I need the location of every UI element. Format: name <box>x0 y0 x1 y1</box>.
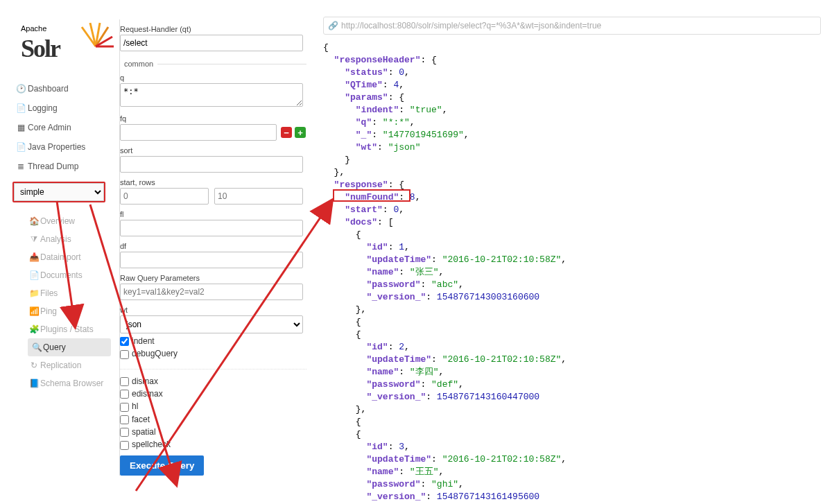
df-label: df <box>120 242 306 250</box>
debugquery-label: debugQuery <box>132 349 178 358</box>
dismax-label: dismax <box>132 376 158 386</box>
spatial-label: spatial <box>132 427 156 437</box>
edismax-label: edismax <box>132 389 163 399</box>
q-label: q <box>120 73 306 82</box>
startrows-label: start, rows <box>120 178 306 186</box>
divider <box>120 369 306 370</box>
json-response: { "responseHeader": { "status": 0, "QTim… <box>323 42 821 504</box>
gauge-icon: 🕑 <box>14 79 28 98</box>
sun-icon <box>78 20 114 56</box>
spatial-checkbox[interactable] <box>120 428 129 437</box>
fq-remove-button[interactable]: − <box>281 127 292 138</box>
qt-input[interactable] <box>120 35 303 51</box>
search-icon: 🔍 <box>31 338 43 356</box>
facet-label: facet <box>132 415 150 424</box>
hl-label: hl <box>132 401 138 411</box>
funnel-icon: ⧩ <box>28 230 40 248</box>
doc-icon: 📄 <box>14 98 28 118</box>
edismax-checkbox[interactable] <box>120 390 129 399</box>
indent-label: indent <box>132 336 155 346</box>
plugin-icon: 🧩 <box>28 320 40 338</box>
fq-label: fq <box>120 114 306 123</box>
subnav-overview-label: Overview <box>40 216 75 226</box>
subnav-overview[interactable]: 🏠Overview <box>28 212 111 230</box>
core-selector-highlight: simple <box>12 182 105 202</box>
fq-add-button[interactable]: + <box>295 127 306 138</box>
fq-input[interactable] <box>120 124 277 141</box>
home-icon: 🏠 <box>28 212 40 230</box>
subnav-plugins-label: Plugins / Stats <box>40 324 94 334</box>
wt-select[interactable]: json <box>120 315 303 333</box>
subnav-ping[interactable]: 📶Ping <box>28 302 111 320</box>
numfound-highlight <box>333 189 410 202</box>
start-input[interactable] <box>120 188 209 205</box>
nav-core-admin[interactable]: ▦Core Admin <box>14 118 111 137</box>
execute-query-button[interactable]: Execute Query <box>120 455 204 476</box>
sync-icon: ↻ <box>28 356 40 374</box>
rawq-input[interactable] <box>120 284 303 300</box>
indent-checkbox[interactable] <box>120 337 129 346</box>
nav-thread-dump-label: Thread Dump <box>28 162 78 171</box>
nav-dashboard[interactable]: 🕑Dashboard <box>14 79 111 98</box>
wt-label: wt <box>120 306 306 314</box>
query-url-text: http://localhost:8080/solr/simple/select… <box>341 21 601 31</box>
subnav-schema[interactable]: 📘Schema Browser <box>28 374 111 392</box>
nav-core-admin-label: Core Admin <box>28 123 71 132</box>
rows-input[interactable] <box>214 188 303 205</box>
hl-checkbox[interactable] <box>120 403 129 412</box>
subnav-dataimport[interactable]: 📥Dataimport <box>28 248 111 266</box>
subnav-query[interactable]: 🔍Query <box>28 338 111 356</box>
query-url-bar[interactable]: 🔗http://localhost:8080/solr/simple/selec… <box>323 17 821 35</box>
subnav-documents-label: Documents <box>40 270 83 280</box>
logo-solr: Solr <box>21 34 60 63</box>
import-icon: 📥 <box>28 248 40 266</box>
core-selector[interactable]: simple <box>14 183 104 201</box>
facet-checkbox[interactable] <box>120 415 129 424</box>
subnav-analysis-label: Analysis <box>40 234 71 244</box>
spellcheck-label: spellcheck <box>132 440 171 449</box>
common-legend: common <box>120 60 157 68</box>
sort-input[interactable] <box>120 156 303 173</box>
subnav-replication[interactable]: ↻Replication <box>28 356 111 374</box>
rawq-label: Raw Query Parameters <box>120 274 306 282</box>
nav-logging[interactable]: 📄Logging <box>14 98 111 118</box>
subnav-files-label: Files <box>40 288 58 298</box>
grid-icon: ▦ <box>14 118 28 137</box>
subnav-dataimport-label: Dataimport <box>40 252 81 262</box>
subnav-plugins[interactable]: 🧩Plugins / Stats <box>28 320 111 338</box>
sort-label: sort <box>120 146 306 155</box>
subnav-schema-label: Schema Browser <box>40 379 103 388</box>
spellcheck-checkbox[interactable] <box>120 441 129 450</box>
subnav-files[interactable]: 📁Files <box>28 284 111 302</box>
fl-input[interactable] <box>120 220 303 236</box>
nav-java-props[interactable]: 📄Java Properties <box>14 137 111 157</box>
book-icon: 📘 <box>28 374 40 392</box>
dismax-checkbox[interactable] <box>120 377 129 386</box>
subnav-ping-label: Ping <box>40 306 57 316</box>
thread-icon: ≣ <box>14 157 28 176</box>
nav-java-props-label: Java Properties <box>28 142 85 152</box>
nav-thread-dump[interactable]: ≣Thread Dump <box>14 157 111 176</box>
ping-icon: 📶 <box>28 302 40 320</box>
java-icon: 📄 <box>14 137 28 157</box>
subnav-documents[interactable]: 📄Documents <box>28 266 111 284</box>
folder-icon: 📁 <box>28 284 40 302</box>
subnav-replication-label: Replication <box>40 360 81 370</box>
subnav-analysis[interactable]: ⧩Analysis <box>28 230 111 248</box>
nav-dashboard-label: Dashboard <box>28 84 69 94</box>
df-input[interactable] <box>120 252 303 268</box>
docs-icon: 📄 <box>28 266 40 284</box>
qt-label: Request-Handler (qt) <box>120 25 306 33</box>
logo-apache: Apache <box>21 24 46 33</box>
q-input[interactable]: *:* <box>120 83 303 107</box>
link-icon: 🔗 <box>328 21 338 31</box>
subnav-query-label: Query <box>43 342 66 352</box>
debugquery-checkbox[interactable] <box>120 350 129 359</box>
fl-label: fl <box>120 210 306 218</box>
nav-logging-label: Logging <box>28 103 58 113</box>
